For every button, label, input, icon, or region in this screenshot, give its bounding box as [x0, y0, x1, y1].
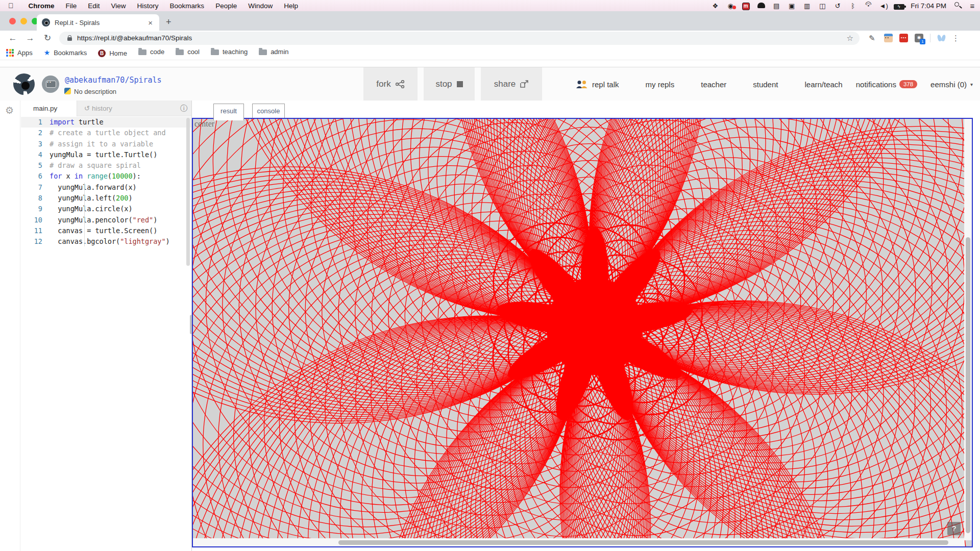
- code-line-7[interactable]: 7 yungMula.forward(x): [21, 182, 191, 193]
- turtle-canvas[interactable]: center ?: [192, 118, 973, 547]
- settings-gear-icon[interactable]: ⚙: [5, 105, 14, 116]
- camera-icon[interactable]: ▣: [784, 2, 799, 10]
- replit-logo[interactable]: [13, 73, 35, 95]
- bookmark-home[interactable]: BHome: [98, 49, 127, 57]
- canvas-center-label: center: [194, 119, 214, 129]
- project-title[interactable]: @abekaufman70/Spirals: [65, 76, 162, 85]
- folder-icon: [176, 49, 184, 55]
- address-bar[interactable]: https://repl.it/@abekaufman70/Spirals ☆: [59, 32, 860, 45]
- star-icon: ★: [44, 48, 51, 57]
- stack-icon[interactable]: ▤: [769, 2, 784, 10]
- clipboard-icon[interactable]: ▥: [799, 2, 815, 10]
- code-line-6[interactable]: 6for x in range(10000):: [21, 171, 191, 182]
- airplay-icon[interactable]: ◫: [815, 2, 830, 10]
- menu-people[interactable]: People: [210, 2, 242, 10]
- window-minimize-button[interactable]: [20, 18, 27, 24]
- bookmark-star-icon[interactable]: ☆: [847, 34, 853, 43]
- stop-icon: [457, 81, 463, 87]
- bookmark-cool[interactable]: cool: [176, 48, 200, 56]
- screen-record-icon[interactable]: ◉: [723, 2, 738, 10]
- extension-fairy-icon[interactable]: [937, 34, 946, 42]
- volume-icon[interactable]: ◄): [876, 2, 891, 10]
- https-lock-icon[interactable]: [67, 37, 72, 41]
- nav-teacher[interactable]: teacher: [701, 80, 726, 89]
- battery-icon[interactable]: ϟ: [891, 2, 906, 10]
- canvas-vertical-scrollbar[interactable]: [964, 119, 972, 540]
- browser-tab[interactable]: Repl.it - Spirals ×: [37, 14, 159, 31]
- editor-scrollbar[interactable]: [186, 118, 190, 266]
- menu-bar-clock[interactable]: Fri 7:04 PM: [906, 2, 951, 10]
- time-machine-icon[interactable]: ↺: [830, 2, 845, 10]
- code-area[interactable]: 1import turtle2# create a turtle object …: [21, 117, 191, 247]
- code-line-5[interactable]: 5# draw a square spiral: [21, 160, 191, 171]
- bookmark-bookmarks[interactable]: ★Bookmarks: [44, 48, 87, 57]
- user-avatar[interactable]: [42, 76, 59, 93]
- code-line-4[interactable]: 4yungMula = turtle.Turtle(): [21, 149, 191, 160]
- replit-favicon: [42, 18, 50, 27]
- fork-button[interactable]: fork: [363, 67, 418, 101]
- menu-file[interactable]: File: [60, 2, 83, 10]
- code-line-12[interactable]: 12 canvas.bgcolor("lightgray"): [21, 236, 191, 247]
- menu-edit[interactable]: Edit: [82, 2, 105, 10]
- reload-icon[interactable]: ↻: [39, 33, 56, 43]
- code-line-10[interactable]: 10 yungMula.pencolor("red"): [21, 215, 191, 226]
- tab-console[interactable]: console: [252, 104, 285, 119]
- editor-tab-bar: main.py ↺ history ⓘ: [21, 101, 191, 116]
- extension-dropper-icon[interactable]: ✎: [869, 34, 877, 42]
- code-line-9[interactable]: 9 yungMula.circle(x): [21, 204, 191, 214]
- notification-center-icon[interactable]: ≡: [965, 2, 980, 10]
- new-tab-button[interactable]: +: [166, 17, 172, 27]
- chrome-tab-strip: Repl.it - Spirals × +: [0, 11, 980, 31]
- code-line-1[interactable]: 1import turtle: [21, 117, 191, 128]
- menu-history[interactable]: History: [132, 2, 164, 10]
- user-menu[interactable]: eemshi (0) ▾: [930, 80, 973, 89]
- menu-chrome[interactable]: Chrome: [23, 2, 60, 10]
- magnet-icon[interactable]: m: [738, 2, 753, 10]
- output-panel: result console center ?: [192, 101, 980, 551]
- menu-help[interactable]: Help: [278, 2, 304, 10]
- wifi-icon[interactable]: ◠◠●: [861, 2, 876, 10]
- menu-view[interactable]: View: [106, 2, 132, 10]
- bookmark-teaching[interactable]: teaching: [211, 48, 248, 56]
- info-icon[interactable]: ⓘ: [180, 104, 187, 113]
- extension-share-icon[interactable]: ✱ 1: [915, 34, 923, 42]
- menu-bookmarks[interactable]: Bookmarks: [164, 2, 210, 10]
- chrome-menu-icon[interactable]: ⋮: [952, 34, 960, 43]
- nav-notifications[interactable]: notifications 378: [856, 80, 917, 89]
- b-circle-icon: B: [98, 49, 106, 57]
- workspace: ⚙ main.py ↺ history ⓘ 1import turtle2# c…: [0, 101, 980, 551]
- extension-password-icon[interactable]: •••: [899, 34, 908, 42]
- code-line-2[interactable]: 2# create a turtle object and: [21, 128, 191, 138]
- nav-repl-talk[interactable]: repl talk: [592, 80, 619, 89]
- extension-bitmoji-icon[interactable]: [884, 34, 893, 42]
- python-icon: [64, 88, 71, 94]
- apple-menu-icon[interactable]: : [8, 2, 14, 10]
- window-close-button[interactable]: [9, 18, 16, 24]
- code-line-11[interactable]: 11 canvas = turtle.Screen(): [21, 226, 191, 236]
- bookmark-admin[interactable]: admin: [259, 48, 288, 56]
- canvas-horizontal-scrollbar[interactable]: [193, 538, 965, 546]
- tab-close-icon[interactable]: ×: [146, 18, 154, 27]
- tab-main-py[interactable]: main.py: [21, 101, 77, 116]
- tab-result[interactable]: result: [213, 104, 244, 120]
- forward-icon[interactable]: →: [21, 33, 39, 43]
- stop-button[interactable]: stop: [424, 67, 475, 101]
- share-button[interactable]: share: [481, 67, 542, 101]
- code-line-8[interactable]: 8 yungMula.left(200): [21, 193, 191, 204]
- bookmark-code[interactable]: code: [138, 48, 164, 56]
- dropbox-icon[interactable]: ❖: [707, 2, 723, 10]
- replit-header: @abekaufman70/Spirals No description for…: [0, 67, 980, 101]
- code-line-3[interactable]: 3# assign it to a variable: [21, 139, 191, 149]
- tab-history[interactable]: ↺ history: [77, 101, 112, 116]
- bookmarks-apps[interactable]: Apps: [6, 49, 33, 57]
- nav-student[interactable]: student: [753, 80, 778, 89]
- spotlight-icon[interactable]: [951, 2, 965, 10]
- nav-learn-teach[interactable]: learn/teach: [804, 80, 842, 89]
- menu-window[interactable]: Window: [242, 2, 278, 10]
- animal-icon[interactable]: [753, 2, 769, 10]
- help-button[interactable]: ?: [947, 522, 961, 535]
- nav-my-repls[interactable]: my repls: [646, 80, 675, 89]
- bluetooth-icon[interactable]: ᛒ: [845, 2, 861, 10]
- url-text[interactable]: https://repl.it/@abekaufman70/Spirals: [77, 34, 192, 42]
- back-icon[interactable]: ←: [4, 33, 21, 43]
